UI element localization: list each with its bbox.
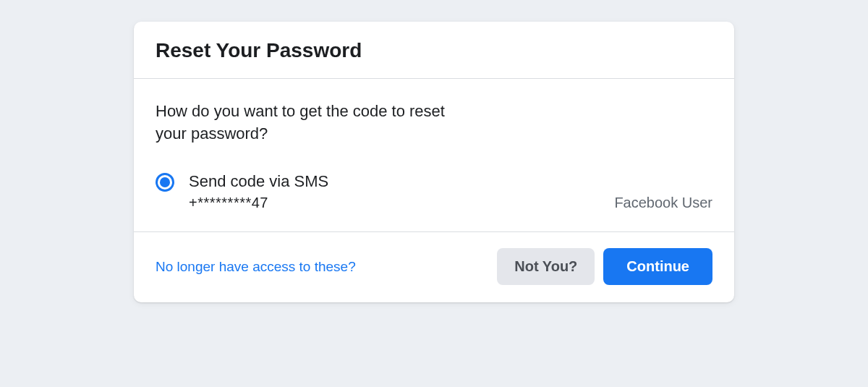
- radio-dot: [160, 177, 170, 187]
- option-text: Send code via SMS +*********47: [189, 171, 328, 212]
- reset-password-card: Reset Your Password How do you want to g…: [134, 22, 734, 302]
- no-access-link[interactable]: No longer have access to these?: [156, 259, 356, 275]
- card-body: How do you want to get the code to reset…: [134, 79, 734, 232]
- card-title: Reset Your Password: [156, 39, 712, 62]
- option-label: Send code via SMS: [189, 171, 328, 192]
- profile-block: Facebook User: [614, 195, 712, 211]
- continue-button[interactable]: Continue: [603, 248, 712, 285]
- card-header: Reset Your Password: [134, 22, 734, 79]
- not-you-button[interactable]: Not You?: [497, 248, 595, 285]
- radio-selected-icon[interactable]: [156, 173, 174, 192]
- card-footer: No longer have access to these? Not You?…: [134, 232, 734, 302]
- prompt-text: How do you want to get the code to reset…: [156, 101, 459, 145]
- footer-buttons: Not You? Continue: [497, 248, 712, 285]
- option-detail: +*********47: [189, 195, 328, 211]
- profile-name: Facebook User: [614, 195, 712, 211]
